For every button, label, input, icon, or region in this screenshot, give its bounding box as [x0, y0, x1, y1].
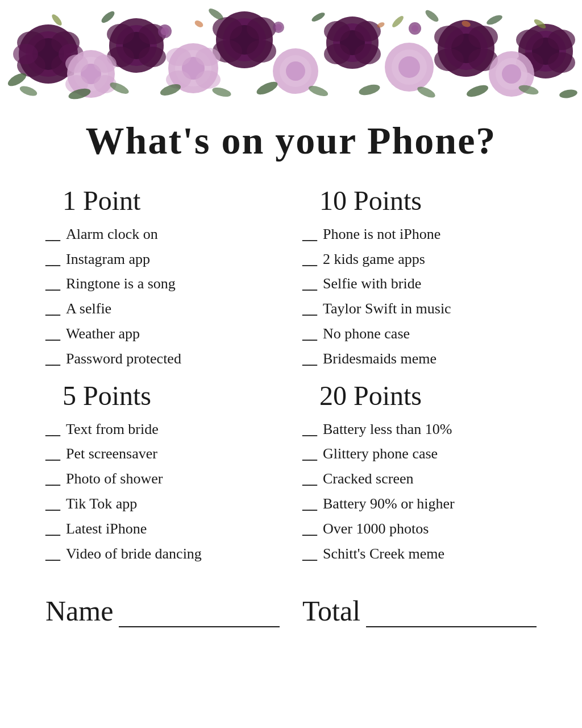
page-title: What's on your Phone? — [11, 119, 571, 162]
checklist-10-point: __Phone is not iPhone __2 kids game apps… — [302, 225, 537, 369]
list-item: __No phone case — [302, 324, 537, 344]
dash: __ — [302, 519, 318, 539]
list-item: __Photo of shower — [45, 469, 280, 489]
svg-point-35 — [468, 26, 498, 48]
dash: __ — [45, 274, 61, 293]
dash: __ — [45, 469, 61, 489]
svg-point-21 — [247, 17, 276, 40]
svg-point-34 — [434, 26, 464, 48]
svg-point-20 — [213, 17, 242, 40]
dash: __ — [302, 349, 318, 369]
svg-point-23 — [247, 40, 276, 63]
svg-point-67 — [502, 64, 521, 84]
dash: __ — [302, 469, 318, 489]
right-column: 10 Points __Phone is not iPhone __2 kids… — [291, 179, 548, 575]
svg-point-92 — [411, 25, 418, 32]
svg-point-41 — [516, 30, 543, 50]
svg-point-30 — [355, 44, 381, 64]
list-item: __Taylor Swift in music — [302, 299, 537, 318]
list-item: __2 kids game apps — [302, 250, 537, 269]
list-item: __Ringtone is a song — [45, 274, 280, 293]
footer-total: Total — [291, 594, 548, 627]
list-item: __Latest iPhone — [45, 519, 280, 539]
dash: __ — [45, 420, 61, 439]
list-item: __Instagram app — [45, 250, 280, 269]
dash: __ — [302, 299, 318, 318]
dash: __ — [45, 494, 61, 514]
list-item: __Text from bride — [45, 420, 280, 439]
list-item: __Phone is not iPhone — [302, 225, 537, 244]
list-item: __Pet screensaver — [45, 444, 280, 464]
dash: __ — [45, 225, 61, 244]
svg-point-56 — [196, 48, 221, 66]
svg-point-61 — [286, 61, 305, 81]
list-item: __Password protected — [45, 349, 280, 369]
list-item: __A selfie — [45, 299, 280, 318]
name-line[interactable] — [119, 606, 280, 627]
svg-point-64 — [398, 56, 420, 78]
dash: __ — [45, 349, 61, 369]
dash: __ — [45, 250, 61, 269]
dash: __ — [45, 324, 61, 344]
dash: __ — [302, 324, 318, 344]
dash: __ — [302, 544, 318, 564]
points-heading-5: 5 Points — [63, 380, 280, 411]
list-item: __Battery less than 10% — [302, 420, 537, 439]
dash: __ — [302, 274, 318, 293]
list-item: __Video of bride dancing — [45, 544, 280, 564]
name-label: Name — [45, 594, 113, 627]
svg-point-16 — [139, 47, 166, 67]
dash: __ — [302, 420, 318, 439]
list-item: __Over 1000 photos — [302, 519, 537, 539]
list-item: __Selfie with bride — [302, 274, 537, 293]
dash: __ — [302, 225, 318, 244]
svg-point-28 — [355, 21, 381, 42]
checklist-5-point: __Text from bride __Pet screensaver __Ph… — [45, 420, 280, 564]
list-item: __Battery 90% or higher — [302, 494, 537, 514]
svg-point-90 — [161, 27, 169, 35]
points-heading-10: 10 Points — [319, 185, 537, 216]
dash: __ — [45, 299, 61, 318]
dash: __ — [45, 444, 61, 464]
svg-point-27 — [324, 21, 350, 42]
svg-point-55 — [166, 48, 191, 66]
points-heading-1: 1 Point — [63, 185, 280, 216]
floral-header — [0, 0, 582, 114]
list-item: __Cracked screen — [302, 469, 537, 489]
svg-point-8 — [13, 44, 38, 64]
list-item: __Glittery phone case — [302, 444, 537, 464]
title-section: What's on your Phone? — [0, 114, 582, 173]
content-area: 1 Point __Alarm clock on __Instagram app… — [0, 173, 582, 592]
svg-point-29 — [324, 44, 350, 64]
svg-point-42 — [548, 30, 575, 50]
svg-point-94 — [275, 24, 282, 31]
dash: __ — [302, 250, 318, 269]
total-label: Total — [302, 594, 360, 627]
svg-point-36 — [434, 48, 464, 71]
list-item: __Alarm clock on — [45, 225, 280, 244]
checklist-1-point: __Alarm clock on __Instagram app __Ringt… — [45, 225, 280, 369]
list-item: __Weather app — [45, 324, 280, 344]
left-column: 1 Point __Alarm clock on __Instagram app… — [34, 179, 291, 575]
footer-name: Name — [34, 594, 291, 627]
svg-point-44 — [548, 52, 575, 73]
list-item: __Tik Tok app — [45, 494, 280, 514]
points-heading-20: 20 Points — [319, 380, 537, 411]
total-line[interactable] — [366, 606, 537, 627]
footer-section: Name Total — [0, 592, 582, 644]
checklist-20-point: __Battery less than 10% __Glittery phone… — [302, 420, 537, 564]
dash: __ — [302, 444, 318, 464]
dash: __ — [45, 519, 61, 539]
svg-point-49 — [94, 55, 117, 73]
svg-point-58 — [196, 71, 221, 89]
dash: __ — [45, 544, 61, 564]
list-item: __Schitt's Creek meme — [302, 544, 537, 564]
list-item: __Bridesmaids meme — [302, 349, 537, 369]
svg-point-13 — [107, 24, 134, 44]
svg-point-48 — [65, 55, 88, 73]
dash: __ — [302, 494, 318, 514]
